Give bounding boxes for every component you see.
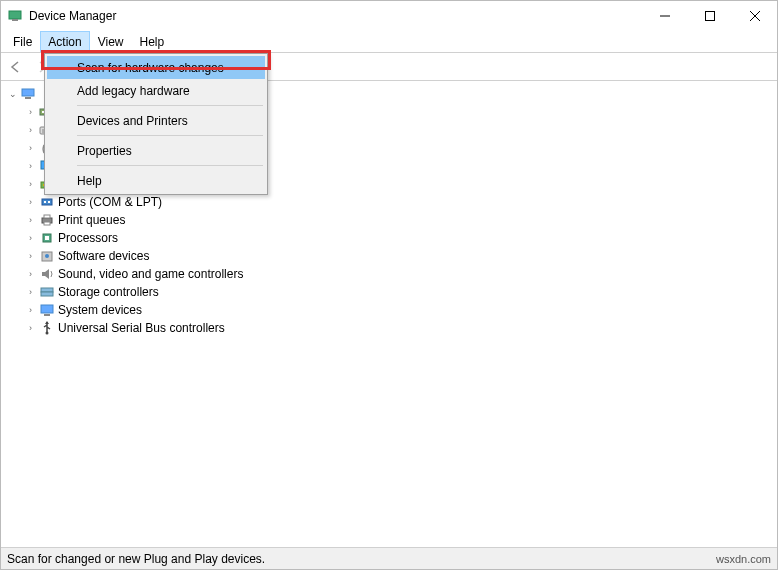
- app-icon: [7, 8, 23, 24]
- menu-item-scan-hardware[interactable]: Scan for hardware changes: [47, 56, 265, 79]
- tree-node[interactable]: ›Storage controllers: [7, 283, 777, 301]
- svg-rect-7: [25, 97, 31, 99]
- back-button[interactable]: [5, 56, 27, 78]
- expander-icon[interactable]: ›: [25, 287, 36, 298]
- svg-rect-6: [22, 89, 34, 96]
- menu-action[interactable]: Action: [40, 31, 89, 52]
- minimize-button[interactable]: [642, 1, 687, 31]
- svg-rect-20: [44, 201, 46, 203]
- tree-node-label: System devices: [58, 303, 142, 317]
- expander-icon[interactable]: ›: [25, 233, 36, 244]
- expander-icon[interactable]: ›: [25, 125, 36, 136]
- menu-item-devices-printers[interactable]: Devices and Printers: [47, 109, 265, 132]
- expander-icon[interactable]: ›: [25, 197, 36, 208]
- tree-node[interactable]: ›Processors: [7, 229, 777, 247]
- tree-node[interactable]: ›Universal Serial Bus controllers: [7, 319, 777, 337]
- svg-marker-34: [45, 321, 49, 324]
- svg-rect-32: [44, 314, 50, 316]
- close-button[interactable]: [732, 1, 777, 31]
- tree-node[interactable]: ›System devices: [7, 301, 777, 319]
- menu-separator: [77, 165, 263, 166]
- svg-rect-24: [44, 222, 50, 225]
- menu-separator: [77, 105, 263, 106]
- usb-icon: [39, 320, 55, 336]
- menu-file[interactable]: File: [5, 31, 40, 52]
- tree-node-label: Universal Serial Bus controllers: [58, 321, 225, 335]
- expander-icon[interactable]: ›: [25, 161, 36, 172]
- svg-rect-31: [41, 305, 53, 313]
- svg-rect-30: [41, 292, 53, 296]
- port-icon: [39, 194, 55, 210]
- software-icon: [39, 248, 55, 264]
- tree-node[interactable]: ›Sound, video and game controllers: [7, 265, 777, 283]
- window-controls: [642, 1, 777, 31]
- tree-node-label: Software devices: [58, 249, 149, 263]
- expander-icon[interactable]: ›: [25, 251, 36, 262]
- tree-node-label: Print queues: [58, 213, 125, 227]
- menu-help[interactable]: Help: [132, 31, 173, 52]
- svg-rect-0: [9, 11, 21, 19]
- svg-rect-21: [48, 201, 50, 203]
- svg-rect-26: [45, 236, 49, 240]
- svg-rect-3: [705, 12, 714, 21]
- action-dropdown: Scan for hardware changes Add legacy har…: [44, 53, 268, 195]
- tree-node-label: Ports (COM & LPT): [58, 195, 162, 209]
- expander-icon[interactable]: ›: [25, 107, 36, 118]
- expander-icon[interactable]: ›: [25, 143, 36, 154]
- menubar: File Action View Help: [1, 31, 777, 53]
- statusbar: Scan for changed or new Plug and Play de…: [1, 547, 777, 569]
- menu-view[interactable]: View: [90, 31, 132, 52]
- window-title: Device Manager: [29, 9, 642, 23]
- computer-icon: [20, 86, 36, 102]
- expander-icon[interactable]: ›: [25, 179, 36, 190]
- tree-node-label: Processors: [58, 231, 118, 245]
- menu-separator: [77, 135, 263, 136]
- maximize-button[interactable]: [687, 1, 732, 31]
- tree-node-label: Sound, video and game controllers: [58, 267, 243, 281]
- expander-icon[interactable]: ⌄: [7, 89, 18, 100]
- sound-icon: [39, 266, 55, 282]
- status-text: Scan for changed or new Plug and Play de…: [7, 552, 716, 566]
- storage-icon: [39, 284, 55, 300]
- titlebar: Device Manager: [1, 1, 777, 31]
- tree-node[interactable]: ›Print queues: [7, 211, 777, 229]
- menu-item-add-legacy[interactable]: Add legacy hardware: [47, 79, 265, 102]
- menu-item-properties[interactable]: Properties: [47, 139, 265, 162]
- expander-icon[interactable]: ›: [25, 269, 36, 280]
- svg-rect-29: [41, 288, 53, 292]
- tree-node[interactable]: ›Software devices: [7, 247, 777, 265]
- tree-node[interactable]: ›Ports (COM & LPT): [7, 193, 777, 211]
- expander-icon[interactable]: ›: [25, 215, 36, 226]
- printer-icon: [39, 212, 55, 228]
- menu-item-help[interactable]: Help: [47, 169, 265, 192]
- brand-text: wsxdn.com: [716, 553, 771, 565]
- expander-icon[interactable]: ›: [25, 323, 36, 334]
- system-icon: [39, 302, 55, 318]
- expander-icon[interactable]: ›: [25, 305, 36, 316]
- svg-rect-19: [42, 199, 52, 205]
- svg-rect-1: [12, 19, 18, 21]
- tree-node-label: Storage controllers: [58, 285, 159, 299]
- svg-point-28: [45, 254, 49, 258]
- svg-rect-23: [44, 215, 50, 218]
- svg-point-33: [46, 332, 49, 335]
- cpu-icon: [39, 230, 55, 246]
